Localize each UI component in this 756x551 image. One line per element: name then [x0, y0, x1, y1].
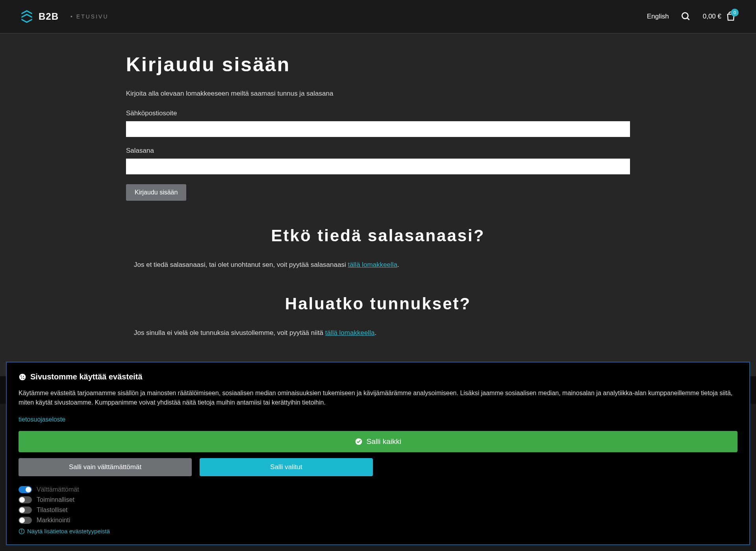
svg-point-2	[19, 373, 26, 380]
privacy-link[interactable]: tietosuojaseloste	[19, 416, 737, 423]
svg-point-5	[21, 377, 22, 379]
header-right: English 0,00 € 0	[647, 11, 736, 22]
cookie-banner: Sivustomme käyttää evästeitä Käytämme ev…	[6, 362, 750, 545]
password-field[interactable]	[126, 159, 630, 174]
logo[interactable]: B2B	[20, 9, 59, 24]
toggle-necessary[interactable]	[19, 486, 32, 493]
forgot-password-title: Etkö tiedä salasanaasi?	[126, 226, 630, 245]
email-label: Sähköpostiosoite	[126, 109, 630, 117]
allow-selected-button[interactable]: Salli valitut	[200, 458, 373, 476]
login-subtitle: Kirjoita alla olevaan lomakkeeseen meilt…	[126, 90, 630, 98]
logo-text: B2B	[39, 11, 59, 22]
toggle-statistical-label: Tilastolliset	[37, 507, 68, 514]
allow-all-button[interactable]: Salli kaikki	[19, 431, 737, 452]
toggle-marketing-label: Markkinointi	[37, 517, 70, 524]
allow-necessary-button[interactable]: Salli vain välttämättömät	[19, 458, 192, 476]
nav-home[interactable]: ETUSIVU	[70, 13, 108, 20]
toggle-functional-label: Toiminnalliset	[37, 496, 74, 503]
email-field[interactable]	[126, 121, 630, 137]
info-icon	[19, 528, 25, 534]
header: B2B ETUSIVU English 0,00 € 0	[0, 0, 756, 33]
toggle-statistical[interactable]	[19, 507, 32, 514]
svg-line-1	[687, 18, 689, 20]
cookie-details-link[interactable]: Näytä lisätietoa evästetyypeistä	[19, 528, 737, 534]
search-icon[interactable]	[681, 11, 691, 22]
svg-point-4	[23, 376, 24, 377]
main-content: Kirjaudu sisään Kirjoita alla olevaan lo…	[0, 33, 756, 376]
forgot-password-link[interactable]: tällä lomakkeella	[348, 261, 397, 268]
cart-button[interactable]: 0,00 € 0	[703, 11, 736, 22]
toggle-necessary-label: Välttämättömät	[37, 486, 79, 493]
cookie-icon	[19, 373, 26, 381]
header-left: B2B ETUSIVU	[20, 9, 109, 24]
cart-badge: 0	[731, 9, 739, 17]
toggle-marketing-row: Markkinointi	[19, 517, 737, 524]
login-section: Kirjaudu sisään Kirjoita alla olevaan lo…	[126, 53, 630, 337]
logo-icon	[20, 9, 34, 24]
toggle-functional[interactable]	[19, 496, 32, 503]
toggle-functional-row: Toiminnalliset	[19, 496, 737, 503]
cookie-button-row: Salli vain välttämättömät Salli valitut	[19, 458, 737, 476]
cookie-text: Käytämme evästeitä tarjoamamme sisällön …	[19, 388, 737, 407]
cart-price: 0,00 €	[703, 13, 721, 20]
cookie-title: Sivustomme käyttää evästeitä	[19, 372, 737, 381]
register-text: Jos sinulla ei vielä ole tunnuksia sivus…	[126, 329, 630, 337]
check-circle-icon	[355, 438, 363, 446]
svg-point-3	[20, 375, 22, 377]
toggle-statistical-row: Tilastolliset	[19, 507, 737, 514]
forgot-password-text: Jos et tiedä salasanaasi, tai olet unoht…	[126, 261, 630, 269]
login-title: Kirjaudu sisään	[126, 53, 630, 76]
register-title: Haluatko tunnukset?	[126, 294, 630, 313]
register-link[interactable]: tällä lomakkeella	[325, 329, 375, 337]
password-label: Salasana	[126, 147, 630, 155]
language-link[interactable]: English	[647, 13, 669, 20]
login-button[interactable]: Kirjaudu sisään	[126, 184, 186, 201]
svg-point-0	[682, 13, 688, 18]
svg-point-6	[23, 378, 24, 379]
toggle-marketing[interactable]	[19, 517, 32, 524]
toggle-necessary-row: Välttämättömät	[19, 486, 737, 493]
svg-point-10	[21, 530, 22, 530]
